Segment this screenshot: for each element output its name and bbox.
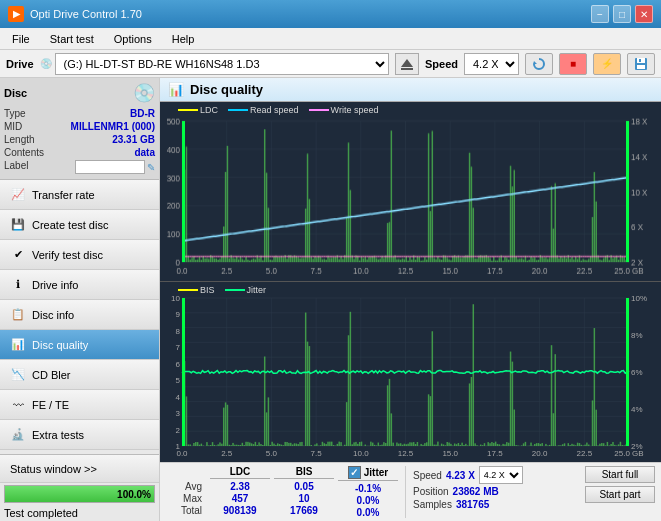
button-orange[interactable]: ⚡ — [593, 53, 621, 75]
drive-icon: 💿 — [40, 58, 52, 69]
sidebar-item-transfer-rate[interactable]: 📈 Transfer rate — [0, 180, 159, 210]
main-layout: Disc 💿 Type BD-R MID MILLENMR1 (000) Len… — [0, 78, 661, 521]
bis-canvas — [160, 282, 661, 462]
bis-chart: BIS Jitter — [160, 282, 661, 462]
samples-label: Samples — [413, 499, 452, 510]
disc-info-section: Disc 💿 Type BD-R MID MILLENMR1 (000) Len… — [0, 78, 159, 180]
sidebar-item-label: FE / TE — [32, 399, 69, 411]
disc-type-row: Type BD-R — [4, 107, 155, 120]
menu-options[interactable]: Options — [106, 31, 160, 47]
save-button[interactable] — [627, 53, 655, 75]
sidebar-item-label: Disc quality — [32, 339, 88, 351]
ldc-avg: 2.38 — [210, 481, 270, 492]
speed-label: Speed — [425, 58, 458, 70]
menu-file[interactable]: File — [4, 31, 38, 47]
ldc-chart: LDC Read speed Write speed — [160, 102, 661, 282]
sidebar-bottom: Status window >> 100.0% Test completed — [0, 454, 159, 521]
start-buttons: Start full Start part — [585, 466, 655, 503]
sidebar-item-fe-te[interactable]: 〰 FE / TE — [0, 390, 159, 420]
sidebar-item-disc-info[interactable]: 📋 Disc info — [0, 300, 159, 330]
app-icon: ▶ — [8, 6, 24, 22]
ldc-legend-readspeed: Read speed — [228, 105, 299, 115]
progress-pct: 100.0% — [117, 489, 151, 500]
drivebar: Drive 💿 (G:) HL-DT-ST BD-RE WH16NS48 1.D… — [0, 50, 661, 78]
sidebar-item-label: Drive info — [32, 279, 78, 291]
drive-info-icon: ℹ — [10, 277, 26, 293]
start-full-button[interactable]: Start full — [585, 466, 655, 483]
bis-max: 10 — [274, 493, 334, 504]
eject-button[interactable] — [395, 53, 419, 75]
menu-help[interactable]: Help — [164, 31, 203, 47]
sidebar-item-extra-tests[interactable]: 🔬 Extra tests — [0, 420, 159, 450]
titlebar-title: Opti Drive Control 1.70 — [30, 8, 142, 20]
extra-tests-icon: 🔬 — [10, 427, 26, 443]
status-window-label: Status window >> — [10, 463, 97, 475]
sidebar-item-label: Disc info — [32, 309, 74, 321]
disc-label-edit: ✎ — [75, 160, 155, 174]
button-red[interactable]: ■ — [559, 53, 587, 75]
content-header: 📊 Disc quality — [160, 78, 661, 102]
sidebar-item-verify-test-disc[interactable]: ✔ Verify test disc — [0, 240, 159, 270]
jitter-total: 0.0% — [338, 507, 398, 518]
drive-select[interactable]: (G:) HL-DT-ST BD-RE WH16NS48 1.D3 — [55, 53, 389, 75]
sidebar-item-label: Verify test disc — [32, 249, 103, 261]
disc-section-title: Disc — [4, 87, 27, 99]
stats-labels: Avg Max Total — [166, 466, 206, 516]
minimize-button[interactable]: − — [591, 5, 609, 23]
label-input[interactable] — [75, 160, 145, 174]
content-header-title: Disc quality — [190, 82, 263, 97]
charts-area: LDC Read speed Write speed BIS Jitter — [160, 102, 661, 462]
ldc-header: LDC — [210, 466, 270, 479]
ldc-legend-writespeed: Write speed — [309, 105, 379, 115]
progress-bar: 100.0% — [4, 485, 155, 503]
ldc-legend-ldc: LDC — [178, 105, 218, 115]
save-icon — [634, 57, 648, 71]
refresh-button[interactable] — [525, 53, 553, 75]
sidebar-item-create-test-disc[interactable]: 💾 Create test disc — [0, 210, 159, 240]
jitter-checkbox[interactable]: ✓ — [348, 466, 361, 479]
drive-label: Drive — [6, 58, 34, 70]
disc-section-icon: 💿 — [133, 82, 155, 104]
speed-position-info: Speed 4.23 X 4.2 X8 X Position 23862 MB … — [413, 466, 523, 510]
close-button[interactable]: ✕ — [635, 5, 653, 23]
samples-row: Samples 381765 — [413, 499, 523, 510]
sidebar-item-disc-quality[interactable]: 📊 Disc quality — [0, 330, 159, 360]
speed-info-label: Speed — [413, 470, 442, 481]
svg-marker-0 — [401, 59, 413, 67]
samples-value: 381765 — [456, 499, 489, 510]
bis-avg: 0.05 — [274, 481, 334, 492]
sidebar-item-label: Create test disc — [32, 219, 108, 231]
maximize-button[interactable]: □ — [613, 5, 631, 23]
menu-start-test[interactable]: Start test — [42, 31, 102, 47]
warning-icon: ⚡ — [601, 58, 613, 69]
disc-label-row: Label ✎ — [4, 159, 155, 175]
refresh-icon — [532, 57, 546, 71]
fe-te-icon: 〰 — [10, 397, 26, 413]
label-edit-icon[interactable]: ✎ — [147, 162, 155, 173]
sidebar-item-drive-info[interactable]: ℹ Drive info — [0, 270, 159, 300]
svg-rect-5 — [637, 65, 645, 69]
eject-icon — [400, 57, 414, 71]
start-part-button[interactable]: Start part — [585, 486, 655, 503]
jitter-header-row: ✓ Jitter — [338, 466, 398, 481]
disc-contents-row: Contents data — [4, 146, 155, 159]
sidebar-item-cd-bler[interactable]: 📉 CD Bler — [0, 360, 159, 390]
disc-length-row: Length 23.31 GB — [4, 133, 155, 146]
sidebar: Disc 💿 Type BD-R MID MILLENMR1 (000) Len… — [0, 78, 160, 521]
stats-bis-col: BIS 0.05 10 17669 — [274, 466, 334, 516]
ldc-legend: LDC Read speed Write speed — [178, 105, 378, 115]
total-label: Total — [166, 505, 206, 516]
content-header-icon: 📊 — [168, 82, 184, 97]
bis-legend-bis: BIS — [178, 285, 215, 295]
titlebar-left: ▶ Opti Drive Control 1.70 — [8, 6, 142, 22]
speed-x-select[interactable]: 4.2 X8 X — [479, 466, 523, 484]
bis-legend-jitter: Jitter — [225, 285, 267, 295]
svg-rect-1 — [401, 68, 413, 70]
disc-quality-icon: 📊 — [10, 337, 26, 353]
speed-select[interactable]: 4.2 X8 X12 X — [464, 53, 519, 75]
jitter-max: 0.0% — [338, 495, 398, 506]
status-window-button[interactable]: Status window >> — [0, 455, 159, 483]
stats-jitter-col: ✓ Jitter -0.1% 0.0% 0.0% — [338, 466, 398, 518]
progress-bar-fill: 100.0% — [5, 486, 154, 502]
sidebar-nav: 📈 Transfer rate 💾 Create test disc ✔ Ver… — [0, 180, 159, 454]
